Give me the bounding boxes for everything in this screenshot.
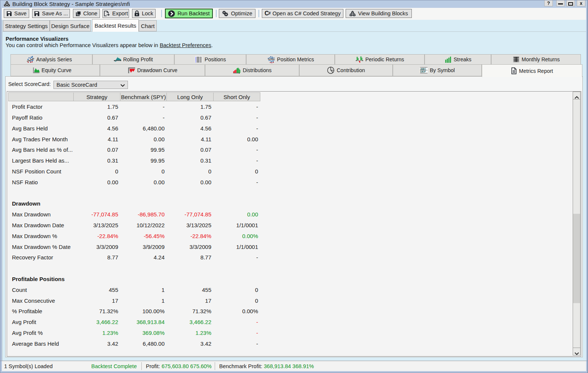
svg-text:ABC: ABC bbox=[420, 68, 426, 70]
svg-text:DEF: DEF bbox=[420, 70, 426, 73]
